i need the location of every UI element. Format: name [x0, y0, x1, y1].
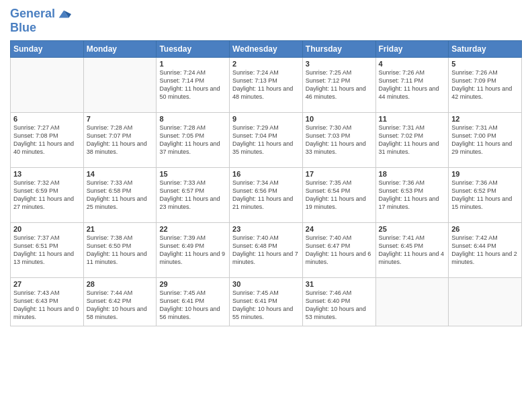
- day-info: Sunrise: 7:24 AM Sunset: 7:14 PM Dayligh…: [159, 68, 226, 101]
- day-info: Sunrise: 7:40 AM Sunset: 6:48 PM Dayligh…: [232, 234, 300, 267]
- day-info: Sunrise: 7:41 AM Sunset: 6:45 PM Dayligh…: [379, 234, 446, 267]
- logo-text: General: [10, 7, 55, 21]
- day-info: Sunrise: 7:38 AM Sunset: 6:50 PM Dayligh…: [87, 234, 154, 267]
- day-info: Sunrise: 7:24 AM Sunset: 7:13 PM Dayligh…: [232, 68, 300, 101]
- calendar-cell: 23Sunrise: 7:40 AM Sunset: 6:48 PM Dayli…: [230, 222, 303, 277]
- day-info: Sunrise: 7:28 AM Sunset: 7:05 PM Dayligh…: [159, 124, 226, 156]
- week-row-5: 27Sunrise: 7:43 AM Sunset: 6:43 PM Dayli…: [11, 277, 522, 326]
- day-info: Sunrise: 7:26 AM Sunset: 7:09 PM Dayligh…: [451, 68, 519, 101]
- day-number: 14: [87, 170, 154, 178]
- day-number: 7: [87, 115, 154, 123]
- day-number: 31: [306, 280, 373, 288]
- day-number: 23: [232, 225, 300, 233]
- day-number: 18: [379, 170, 446, 178]
- day-number: 3: [306, 60, 373, 68]
- calendar-cell: 8Sunrise: 7:28 AM Sunset: 7:05 PM Daylig…: [157, 112, 230, 167]
- calendar-cell: 12Sunrise: 7:31 AM Sunset: 7:00 PM Dayli…: [449, 112, 522, 167]
- day-info: Sunrise: 7:33 AM Sunset: 6:58 PM Dayligh…: [87, 179, 154, 212]
- day-info: Sunrise: 7:33 AM Sunset: 6:57 PM Dayligh…: [159, 179, 226, 212]
- day-info: Sunrise: 7:26 AM Sunset: 7:11 PM Dayligh…: [379, 68, 446, 101]
- day-info: Sunrise: 7:42 AM Sunset: 6:44 PM Dayligh…: [451, 234, 519, 267]
- day-number: 15: [159, 170, 226, 178]
- day-info: Sunrise: 7:40 AM Sunset: 6:47 PM Dayligh…: [306, 234, 373, 267]
- calendar-cell: 27Sunrise: 7:43 AM Sunset: 6:43 PM Dayli…: [11, 277, 84, 326]
- day-info: Sunrise: 7:45 AM Sunset: 6:41 PM Dayligh…: [159, 289, 226, 322]
- days-header-row: SundayMondayTuesdayWednesdayThursdayFrid…: [11, 40, 522, 57]
- day-header-tuesday: Tuesday: [157, 40, 230, 57]
- day-number: 2: [232, 60, 300, 68]
- day-info: Sunrise: 7:43 AM Sunset: 6:43 PM Dayligh…: [13, 289, 81, 322]
- day-number: 19: [451, 170, 519, 178]
- calendar-cell: 5Sunrise: 7:26 AM Sunset: 7:09 PM Daylig…: [449, 57, 522, 112]
- calendar-cell: [449, 277, 522, 326]
- day-info: Sunrise: 7:31 AM Sunset: 7:02 PM Dayligh…: [379, 124, 446, 156]
- day-number: 25: [379, 225, 446, 233]
- day-info: Sunrise: 7:28 AM Sunset: 7:07 PM Dayligh…: [87, 124, 154, 156]
- week-row-3: 13Sunrise: 7:32 AM Sunset: 6:59 PM Dayli…: [11, 167, 522, 222]
- calendar-cell: [11, 57, 84, 112]
- calendar-cell: 16Sunrise: 7:34 AM Sunset: 6:56 PM Dayli…: [230, 167, 303, 222]
- calendar-cell: 20Sunrise: 7:37 AM Sunset: 6:51 PM Dayli…: [11, 222, 84, 277]
- calendar-cell: 25Sunrise: 7:41 AM Sunset: 6:45 PM Dayli…: [375, 222, 449, 277]
- calendar-cell: [375, 277, 449, 326]
- day-header-saturday: Saturday: [449, 40, 522, 57]
- calendar-cell: 22Sunrise: 7:39 AM Sunset: 6:49 PM Dayli…: [157, 222, 230, 277]
- calendar-cell: 1Sunrise: 7:24 AM Sunset: 7:14 PM Daylig…: [157, 57, 230, 112]
- logo-blue: Blue: [10, 21, 71, 35]
- day-number: 11: [379, 115, 446, 123]
- day-number: 9: [232, 115, 300, 123]
- calendar-cell: 7Sunrise: 7:28 AM Sunset: 7:07 PM Daylig…: [83, 112, 157, 167]
- calendar-cell: 14Sunrise: 7:33 AM Sunset: 6:58 PM Dayli…: [83, 167, 157, 222]
- calendar-cell: 6Sunrise: 7:27 AM Sunset: 7:08 PM Daylig…: [11, 112, 84, 167]
- calendar-cell: 18Sunrise: 7:36 AM Sunset: 6:53 PM Dayli…: [375, 167, 449, 222]
- day-header-monday: Monday: [83, 40, 157, 57]
- day-number: 13: [13, 170, 81, 178]
- day-info: Sunrise: 7:45 AM Sunset: 6:41 PM Dayligh…: [232, 289, 300, 322]
- day-header-wednesday: Wednesday: [230, 40, 303, 57]
- day-info: Sunrise: 7:31 AM Sunset: 7:00 PM Dayligh…: [451, 124, 519, 156]
- day-number: 27: [13, 280, 81, 288]
- day-info: Sunrise: 7:32 AM Sunset: 6:59 PM Dayligh…: [13, 179, 81, 212]
- day-number: 28: [87, 280, 154, 288]
- calendar-cell: 9Sunrise: 7:29 AM Sunset: 7:04 PM Daylig…: [230, 112, 303, 167]
- day-number: 6: [13, 115, 81, 123]
- day-number: 20: [13, 225, 81, 233]
- calendar-cell: 28Sunrise: 7:44 AM Sunset: 6:42 PM Dayli…: [83, 277, 157, 326]
- calendar-cell: 19Sunrise: 7:36 AM Sunset: 6:52 PM Dayli…: [449, 167, 522, 222]
- day-number: 4: [379, 60, 446, 68]
- calendar-cell: 24Sunrise: 7:40 AM Sunset: 6:47 PM Dayli…: [302, 222, 375, 277]
- day-info: Sunrise: 7:44 AM Sunset: 6:42 PM Dayligh…: [87, 289, 154, 322]
- day-number: 10: [306, 115, 373, 123]
- calendar-cell: 21Sunrise: 7:38 AM Sunset: 6:50 PM Dayli…: [83, 222, 157, 277]
- day-number: 16: [232, 170, 300, 178]
- day-number: 30: [232, 280, 300, 288]
- day-header-friday: Friday: [375, 40, 449, 57]
- calendar-cell: 17Sunrise: 7:35 AM Sunset: 6:54 PM Dayli…: [302, 167, 375, 222]
- week-row-2: 6Sunrise: 7:27 AM Sunset: 7:08 PM Daylig…: [11, 112, 522, 167]
- day-number: 12: [451, 115, 519, 123]
- calendar-table: SundayMondayTuesdayWednesdayThursdayFrid…: [10, 40, 522, 326]
- calendar-cell: 30Sunrise: 7:45 AM Sunset: 6:41 PM Dayli…: [230, 277, 303, 326]
- day-header-sunday: Sunday: [11, 40, 84, 57]
- calendar-cell: 15Sunrise: 7:33 AM Sunset: 6:57 PM Dayli…: [157, 167, 230, 222]
- logo: General Blue: [10, 7, 71, 35]
- week-row-1: 1Sunrise: 7:24 AM Sunset: 7:14 PM Daylig…: [11, 57, 522, 112]
- day-info: Sunrise: 7:30 AM Sunset: 7:03 PM Dayligh…: [306, 124, 373, 156]
- day-info: Sunrise: 7:36 AM Sunset: 6:53 PM Dayligh…: [379, 179, 446, 212]
- day-info: Sunrise: 7:39 AM Sunset: 6:49 PM Dayligh…: [159, 234, 226, 267]
- day-header-thursday: Thursday: [302, 40, 375, 57]
- day-info: Sunrise: 7:46 AM Sunset: 6:40 PM Dayligh…: [306, 289, 373, 322]
- day-info: Sunrise: 7:34 AM Sunset: 6:56 PM Dayligh…: [232, 179, 300, 212]
- day-number: 17: [306, 170, 373, 178]
- day-info: Sunrise: 7:37 AM Sunset: 6:51 PM Dayligh…: [13, 234, 81, 267]
- day-number: 29: [159, 280, 226, 288]
- day-info: Sunrise: 7:29 AM Sunset: 7:04 PM Dayligh…: [232, 124, 300, 156]
- calendar-cell: [83, 57, 157, 112]
- calendar-cell: 2Sunrise: 7:24 AM Sunset: 7:13 PM Daylig…: [230, 57, 303, 112]
- day-number: 1: [159, 60, 226, 68]
- calendar-cell: 26Sunrise: 7:42 AM Sunset: 6:44 PM Dayli…: [449, 222, 522, 277]
- day-number: 21: [87, 225, 154, 233]
- calendar-cell: 3Sunrise: 7:25 AM Sunset: 7:12 PM Daylig…: [302, 57, 375, 112]
- day-number: 5: [451, 60, 519, 68]
- day-number: 22: [159, 225, 226, 233]
